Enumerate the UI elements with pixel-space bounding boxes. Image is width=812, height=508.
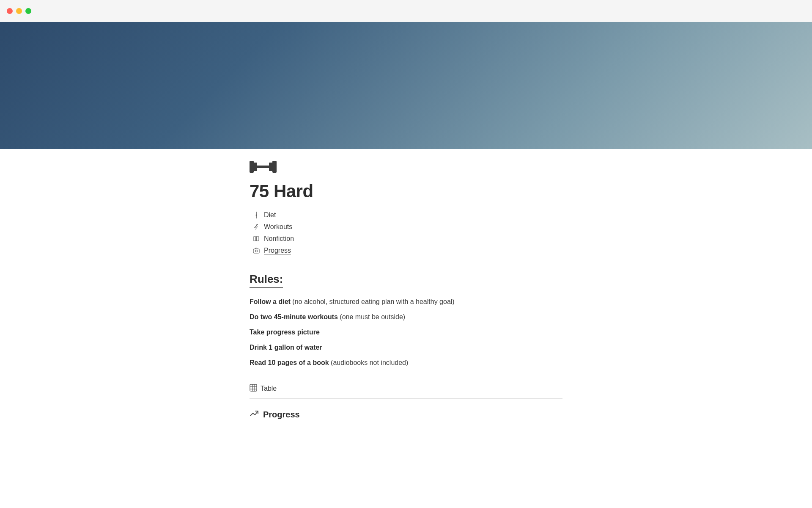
nav-link-diet[interactable]: Diet [250,210,278,220]
nav-link-nonfiction[interactable]: Nonfiction [250,234,296,244]
svg-point-13 [255,250,258,252]
page-title: 75 Hard [250,181,562,202]
svg-rect-1 [254,163,257,171]
nav-link-workouts[interactable]: Workouts [250,222,295,232]
rule-read-bold: Read 10 pages of a book [250,359,329,366]
rule-workouts: Do two 45-minute workouts (one must be o… [250,312,562,322]
nav-label-progress: Progress [264,247,291,254]
svg-rect-4 [272,161,277,173]
progress-icon [252,247,261,254]
page-icon [250,159,277,174]
nonfiction-icon [252,235,261,242]
rule-workouts-bold: Do two 45-minute workouts [250,313,338,320]
progress-section-heading: Progress [250,409,562,420]
rule-workouts-note: (one must be outside) [340,313,405,320]
rule-read-note: (audiobooks not included) [331,359,408,366]
minimize-button[interactable] [16,8,22,14]
nav-links: Diet Workouts [250,210,562,256]
close-button[interactable] [7,8,13,14]
rule-water: Drink 1 gallon of water [250,342,562,353]
progress-section-title: Progress [263,410,300,420]
svg-point-7 [257,224,258,225]
title-bar [0,0,812,22]
svg-rect-12 [253,249,259,253]
nav-label-workouts: Workouts [264,223,292,231]
progress-chart-icon [250,409,259,420]
rule-progress-pic-bold: Take progress picture [250,329,320,336]
maximize-button[interactable] [25,8,31,14]
table-link-label: Table [261,385,277,392]
nav-link-progress[interactable]: Progress [250,246,294,256]
rule-diet-note: (no alcohol, structured eating plan with… [292,298,454,305]
svg-rect-3 [269,163,272,171]
svg-rect-2 [257,166,269,168]
svg-rect-14 [250,384,257,391]
svg-rect-0 [250,161,254,173]
rule-diet: Follow a diet (no alcohol, structured ea… [250,297,562,307]
table-icon [250,384,257,393]
workouts-icon [252,224,261,230]
diet-icon [252,212,261,218]
rule-progress-pic: Take progress picture [250,327,562,337]
rules-title: Rules: [250,273,283,288]
rule-water-bold: Drink 1 gallon of water [250,344,322,351]
nav-label-nonfiction: Nonfiction [264,235,294,243]
rule-read: Read 10 pages of a book (audiobooks not … [250,358,562,368]
table-link[interactable]: Table [250,381,562,399]
rules-section: Rules: Follow a diet (no alcohol, struct… [250,273,562,368]
main-content: 75 Hard Diet Workouts [224,149,588,446]
nav-label-diet: Diet [264,211,276,219]
rule-diet-bold: Follow a diet [250,298,291,305]
hero-banner [0,22,812,149]
dumbbell-icon [250,159,277,174]
